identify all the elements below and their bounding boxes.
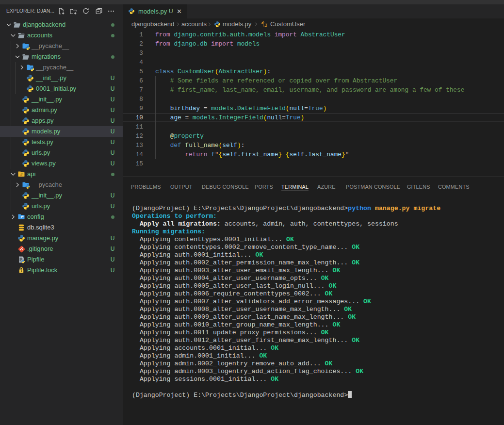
svg-text:#: # — [20, 172, 23, 177]
